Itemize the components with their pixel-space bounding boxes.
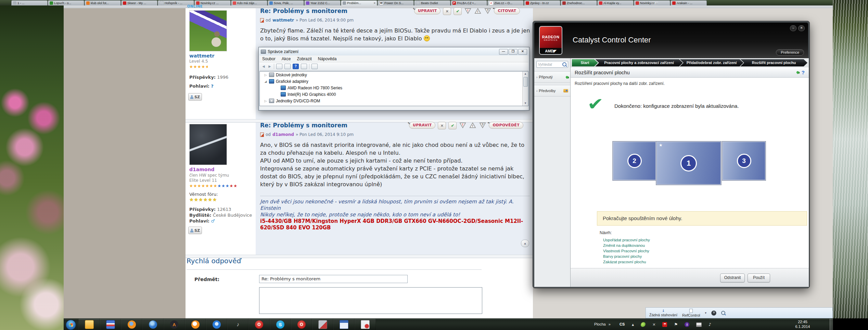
hidden-icons-button[interactable]: ▲: [632, 323, 634, 326]
ccc-header[interactable]: RADEON GRAPHICS AMD◤ Catalyst Control Ce…: [534, 23, 808, 58]
forward-icon[interactable]: ►: [268, 64, 272, 69]
update-driver-icon[interactable]: [301, 64, 307, 69]
aimp-icon[interactable]: A: [164, 319, 185, 330]
suggestion-link[interactable]: Uspořádat pracovní plochy: [603, 238, 650, 242]
device-tree-row[interactable]: ◢ Grafické adaptéry: [260, 78, 528, 85]
firefox-icon[interactable]: [121, 319, 142, 330]
minimize-button[interactable]: –: [790, 25, 796, 31]
power-addon-icon[interactable]: [711, 310, 716, 316]
browser-tab[interactable]: Skwor - My ...: [121, 0, 157, 5]
pin-icon[interactable]: [796, 71, 799, 74]
help-icon[interactable]: ?: [802, 69, 805, 75]
media-player-icon[interactable]: [206, 319, 227, 330]
management-console-icon[interactable]: [333, 319, 355, 330]
question-button[interactable]: ?: [484, 8, 492, 14]
network-icon[interactable]: [696, 322, 702, 327]
browser-tab[interactable]: Lopuch - o...: [48, 0, 84, 5]
browser-tab[interactable]: 1 - ...: [11, 0, 48, 5]
browser-tab[interactable]: Znehodnoc...: [561, 0, 597, 5]
browser-tab[interactable]: Problém... ×: [341, 0, 377, 5]
device-manager-titlebar[interactable]: Správce zařízení — ❐ ✕: [259, 48, 528, 55]
leaf-icon[interactable]: [641, 322, 646, 327]
download-manager-icon[interactable]: ↓: [685, 322, 689, 327]
volume-icon[interactable]: ♪: [709, 322, 711, 327]
x-tool-icon[interactable]: ✕: [652, 322, 655, 327]
browser-tab[interactable]: Kdo má záje...: [231, 0, 267, 5]
browser-tab[interactable]: Zprávy - tn.cz: [524, 0, 560, 5]
chevron-right-icon[interactable]: »: [609, 322, 611, 326]
close-button[interactable]: ✕: [798, 25, 805, 31]
breadcrumb-add-remove-displays[interactable]: Přidat/odebrat zobr. zařízení: [680, 59, 743, 66]
approve-button[interactable]: ✔: [454, 8, 462, 15]
warn-button[interactable]: !: [469, 122, 476, 129]
subject-input[interactable]: [259, 275, 408, 283]
expander-icon[interactable]: ▷: [264, 73, 267, 77]
menu-item[interactable]: Nápověda: [318, 56, 337, 61]
question-button[interactable]: ?: [479, 122, 486, 129]
scroll-down-icon[interactable]: ▼: [523, 101, 528, 106]
thunderbird-icon[interactable]: [142, 319, 164, 330]
suggestion-link[interactable]: Změnit na duplikovanou: [603, 243, 650, 248]
device-tree-row[interactable]: ▷ Diskové jednotky: [260, 72, 528, 78]
device-tree-row[interactable]: AMD Radeon HD 7800 Series: [260, 85, 528, 91]
help-icon[interactable]: ?: [293, 64, 299, 69]
preference-button[interactable]: Preference: [776, 49, 804, 55]
opera-icon[interactable]: O: [248, 319, 270, 330]
maximize-button[interactable]: ❐: [509, 49, 518, 55]
breadcrumb-start[interactable]: Start: [572, 59, 598, 66]
quote-button[interactable]: ❝CITOVAT: [494, 8, 520, 14]
scroll-up-icon[interactable]: ▲: [523, 72, 528, 76]
start-button[interactable]: [66, 320, 76, 330]
total-commander-icon[interactable]: [100, 319, 121, 330]
report-button[interactable]: !: [459, 122, 467, 129]
post-title-link[interactable]: Re: Problémy s monitorem: [260, 122, 347, 129]
menu-item[interactable]: Soubor: [262, 56, 276, 61]
close-button[interactable]: ✕: [518, 49, 527, 55]
warn-button[interactable]: !: [474, 8, 482, 14]
minimize-button[interactable]: —: [499, 49, 508, 55]
author-link[interactable]: wattmetr: [272, 18, 294, 23]
speaker-icon[interactable]: ♪: [227, 319, 248, 330]
menu-item[interactable]: Zobrazit: [297, 56, 311, 61]
edit-button[interactable]: ✎UPRAVIT: [414, 8, 441, 14]
monitor-2[interactable]: 2: [612, 141, 656, 181]
refcontrol-button[interactable]: RefControl: [682, 309, 700, 317]
taskbar-clock[interactable]: 22:45 6.1.2014: [784, 319, 821, 329]
menu-item[interactable]: Akce: [282, 56, 291, 61]
breadcrumb-extend-desktop[interactable]: Rozšířit pracovní plochu: [740, 59, 807, 66]
apply-button[interactable]: Použít: [748, 274, 770, 282]
device-tree-row[interactable]: ▷ Jednotky DVD/CD-ROM: [260, 98, 528, 104]
scrollbar[interactable]: ▲ ▼: [522, 72, 528, 106]
scrollbar-thumb[interactable]: [523, 77, 528, 87]
browser-tab-strip[interactable]: 1 - ... Lopuch - o... klub olol fot... S…: [11, 0, 707, 5]
hardware-tool-icon[interactable]: [312, 319, 333, 330]
scan-hardware-icon[interactable]: [311, 64, 318, 69]
browser-tab[interactable]: Arakain - ...: [671, 0, 707, 5]
remove-button[interactable]: Odstranit: [720, 274, 745, 282]
username-link[interactable]: d1amond: [189, 167, 214, 172]
browser-tab[interactable]: Year 2152 C...: [304, 0, 341, 5]
username-link[interactable]: wattmetr: [189, 53, 214, 59]
downloads-button[interactable]: ↓ Žádná stahování: [649, 309, 677, 317]
language-indicator[interactable]: CS: [620, 322, 625, 326]
action-center-flag-icon[interactable]: ⚑: [674, 322, 678, 327]
approve-button[interactable]: ✔: [448, 122, 457, 129]
opera2-icon[interactable]: O: [291, 319, 312, 330]
browser-tab[interactable]: W Power On S...: [378, 0, 414, 5]
edit-button[interactable]: ✎UPRAVIT: [409, 122, 435, 129]
monitor-3[interactable]: 3: [722, 141, 766, 181]
back-icon[interactable]: ◄: [261, 64, 266, 69]
properties-icon[interactable]: [284, 64, 291, 69]
browser-tab[interactable]: Beats Outlet: [414, 0, 450, 5]
quick-reply-textarea[interactable]: [259, 287, 482, 314]
delete-button[interactable]: ✕: [443, 8, 451, 15]
reply-with-quote-button[interactable]: ❝ODPOVĚDĚT: [489, 122, 523, 129]
private-message-button[interactable]: SZ: [188, 93, 202, 101]
scroll-to-top-button[interactable]: ▴: [521, 240, 529, 247]
chevron-down-icon[interactable]: ▾: [705, 311, 707, 315]
browser-tab[interactable]: Al-Kajda vy...: [597, 0, 634, 5]
device-tree-row[interactable]: Intel(R) HD Graphics 4000: [260, 91, 528, 98]
skype-icon[interactable]: S: [270, 319, 291, 330]
show-desktop-button[interactable]: [830, 319, 833, 330]
tab-list-button[interactable]: ▾: [652, 1, 658, 5]
